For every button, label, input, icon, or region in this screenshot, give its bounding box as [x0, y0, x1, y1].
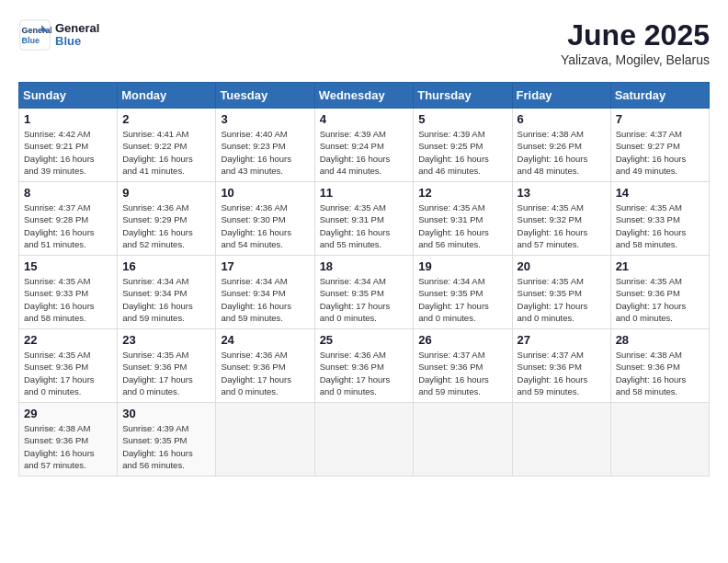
title-section: June 2025 Yalizava, Mogilev, Belarus: [561, 18, 710, 67]
day-info: Sunrise: 4:39 AM Sunset: 9:35 PM Dayligh…: [122, 422, 210, 471]
calendar-cell: 6Sunrise: 4:38 AM Sunset: 9:26 PM Daylig…: [512, 109, 610, 182]
day-number: 14: [616, 186, 704, 200]
calendar-cell: 2Sunrise: 4:41 AM Sunset: 9:22 PM Daylig…: [118, 109, 216, 182]
calendar-cell: 23Sunrise: 4:35 AM Sunset: 9:36 PM Dayli…: [118, 329, 216, 403]
day-number: 2: [122, 112, 210, 126]
calendar-week-row: 1Sunrise: 4:42 AM Sunset: 9:21 PM Daylig…: [19, 109, 710, 182]
day-info: Sunrise: 4:36 AM Sunset: 9:36 PM Dayligh…: [221, 349, 309, 397]
calendar-cell: 27Sunrise: 4:37 AM Sunset: 9:36 PM Dayli…: [512, 329, 610, 403]
day-info: Sunrise: 4:34 AM Sunset: 9:35 PM Dayligh…: [320, 275, 409, 324]
logo-line2: Blue: [55, 35, 99, 48]
svg-text:Blue: Blue: [22, 36, 40, 45]
day-number: 24: [221, 333, 309, 347]
calendar-header-thursday: Thursday: [414, 83, 512, 109]
day-info: Sunrise: 4:37 AM Sunset: 9:27 PM Dayligh…: [616, 128, 704, 177]
day-info: Sunrise: 4:35 AM Sunset: 9:36 PM Dayligh…: [24, 349, 112, 397]
calendar-cell: 9Sunrise: 4:36 AM Sunset: 9:29 PM Daylig…: [118, 182, 216, 256]
calendar-cell: 10Sunrise: 4:36 AM Sunset: 9:30 PM Dayli…: [216, 182, 314, 256]
day-number: 5: [418, 112, 506, 126]
calendar-header-monday: Monday: [118, 83, 216, 109]
day-info: Sunrise: 4:35 AM Sunset: 9:31 PM Dayligh…: [418, 201, 506, 250]
day-info: Sunrise: 4:37 AM Sunset: 9:36 PM Dayligh…: [518, 349, 606, 397]
calendar-table: SundayMondayTuesdayWednesdayThursdayFrid…: [18, 82, 710, 477]
day-number: 19: [418, 259, 506, 273]
day-number: 20: [518, 259, 606, 273]
day-info: Sunrise: 4:36 AM Sunset: 9:30 PM Dayligh…: [221, 201, 309, 250]
day-info: Sunrise: 4:34 AM Sunset: 9:34 PM Dayligh…: [122, 275, 210, 324]
logo-icon: General Blue: [18, 18, 51, 52]
day-number: 9: [122, 186, 210, 200]
calendar-cell: 3Sunrise: 4:40 AM Sunset: 9:23 PM Daylig…: [216, 109, 314, 182]
day-info: Sunrise: 4:38 AM Sunset: 9:36 PM Dayligh…: [616, 349, 704, 397]
calendar-cell: 21Sunrise: 4:35 AM Sunset: 9:36 PM Dayli…: [610, 256, 709, 329]
day-info: Sunrise: 4:36 AM Sunset: 9:29 PM Dayligh…: [122, 201, 210, 250]
day-info: Sunrise: 4:35 AM Sunset: 9:33 PM Dayligh…: [24, 275, 112, 324]
calendar-cell: 24Sunrise: 4:36 AM Sunset: 9:36 PM Dayli…: [216, 329, 314, 403]
calendar-week-row: 29Sunrise: 4:38 AM Sunset: 9:36 PM Dayli…: [19, 403, 710, 477]
day-info: Sunrise: 4:35 AM Sunset: 9:36 PM Dayligh…: [122, 349, 210, 397]
calendar-cell: [216, 403, 314, 477]
day-number: 30: [122, 407, 210, 420]
calendar-cell: 13Sunrise: 4:35 AM Sunset: 9:32 PM Dayli…: [512, 182, 610, 256]
day-number: 3: [221, 112, 309, 126]
calendar-header-sunday: Sunday: [19, 83, 118, 109]
day-number: 17: [221, 259, 309, 273]
month-year: June 2025: [561, 18, 710, 52]
calendar-header-friday: Friday: [512, 83, 610, 109]
calendar-cell: [512, 403, 610, 477]
day-number: 8: [24, 186, 112, 200]
day-number: 15: [24, 259, 112, 273]
calendar-header-wednesday: Wednesday: [314, 83, 414, 109]
calendar-header-row: SundayMondayTuesdayWednesdayThursdayFrid…: [19, 83, 710, 109]
day-info: Sunrise: 4:38 AM Sunset: 9:26 PM Dayligh…: [518, 128, 606, 177]
day-info: Sunrise: 4:34 AM Sunset: 9:35 PM Dayligh…: [418, 275, 506, 324]
day-number: 23: [122, 333, 210, 347]
day-info: Sunrise: 4:39 AM Sunset: 9:24 PM Dayligh…: [320, 128, 409, 177]
logo-line1: General: [55, 22, 99, 35]
calendar-cell: 20Sunrise: 4:35 AM Sunset: 9:35 PM Dayli…: [512, 256, 610, 329]
day-number: 25: [320, 333, 409, 347]
day-number: 22: [24, 333, 112, 347]
day-info: Sunrise: 4:35 AM Sunset: 9:32 PM Dayligh…: [518, 201, 606, 250]
day-number: 18: [320, 259, 409, 273]
day-number: 1: [24, 112, 112, 126]
calendar-cell: 8Sunrise: 4:37 AM Sunset: 9:28 PM Daylig…: [19, 182, 118, 256]
calendar-cell: 16Sunrise: 4:34 AM Sunset: 9:34 PM Dayli…: [118, 256, 216, 329]
day-info: Sunrise: 4:34 AM Sunset: 9:34 PM Dayligh…: [221, 275, 309, 324]
day-info: Sunrise: 4:38 AM Sunset: 9:36 PM Dayligh…: [24, 422, 112, 471]
day-info: Sunrise: 4:41 AM Sunset: 9:22 PM Dayligh…: [122, 128, 210, 177]
day-number: 12: [418, 186, 506, 200]
calendar-cell: [610, 403, 709, 477]
day-number: 16: [122, 259, 210, 273]
day-number: 7: [616, 112, 704, 126]
day-number: 4: [320, 112, 409, 126]
day-number: 6: [518, 112, 606, 126]
location: Yalizava, Mogilev, Belarus: [561, 52, 710, 67]
calendar-cell: 11Sunrise: 4:35 AM Sunset: 9:31 PM Dayli…: [314, 182, 414, 256]
day-info: Sunrise: 4:35 AM Sunset: 9:31 PM Dayligh…: [320, 201, 409, 250]
logo: General Blue General Blue: [18, 18, 99, 52]
calendar-cell: 18Sunrise: 4:34 AM Sunset: 9:35 PM Dayli…: [314, 256, 414, 329]
calendar-cell: 19Sunrise: 4:34 AM Sunset: 9:35 PM Dayli…: [414, 256, 512, 329]
day-number: 28: [616, 333, 704, 347]
calendar-cell: 15Sunrise: 4:35 AM Sunset: 9:33 PM Dayli…: [19, 256, 118, 329]
calendar-header-saturday: Saturday: [610, 83, 709, 109]
calendar-cell: 17Sunrise: 4:34 AM Sunset: 9:34 PM Dayli…: [216, 256, 314, 329]
day-info: Sunrise: 4:35 AM Sunset: 9:33 PM Dayligh…: [616, 201, 704, 250]
day-number: 13: [518, 186, 606, 200]
calendar-cell: [314, 403, 414, 477]
calendar-cell: 25Sunrise: 4:36 AM Sunset: 9:36 PM Dayli…: [314, 329, 414, 403]
day-info: Sunrise: 4:39 AM Sunset: 9:25 PM Dayligh…: [418, 128, 506, 177]
day-info: Sunrise: 4:40 AM Sunset: 9:23 PM Dayligh…: [221, 128, 309, 177]
calendar-week-row: 8Sunrise: 4:37 AM Sunset: 9:28 PM Daylig…: [19, 182, 710, 256]
calendar-cell: 7Sunrise: 4:37 AM Sunset: 9:27 PM Daylig…: [610, 109, 709, 182]
calendar-cell: 4Sunrise: 4:39 AM Sunset: 9:24 PM Daylig…: [314, 109, 414, 182]
day-info: Sunrise: 4:36 AM Sunset: 9:36 PM Dayligh…: [320, 349, 409, 397]
calendar-cell: 26Sunrise: 4:37 AM Sunset: 9:36 PM Dayli…: [414, 329, 512, 403]
day-info: Sunrise: 4:35 AM Sunset: 9:36 PM Dayligh…: [616, 275, 704, 324]
calendar-week-row: 22Sunrise: 4:35 AM Sunset: 9:36 PM Dayli…: [19, 329, 710, 403]
day-info: Sunrise: 4:35 AM Sunset: 9:35 PM Dayligh…: [518, 275, 606, 324]
page-header: General Blue General Blue June 2025 Yali…: [18, 18, 710, 67]
calendar-cell: 30Sunrise: 4:39 AM Sunset: 9:35 PM Dayli…: [118, 403, 216, 477]
day-number: 10: [221, 186, 309, 200]
